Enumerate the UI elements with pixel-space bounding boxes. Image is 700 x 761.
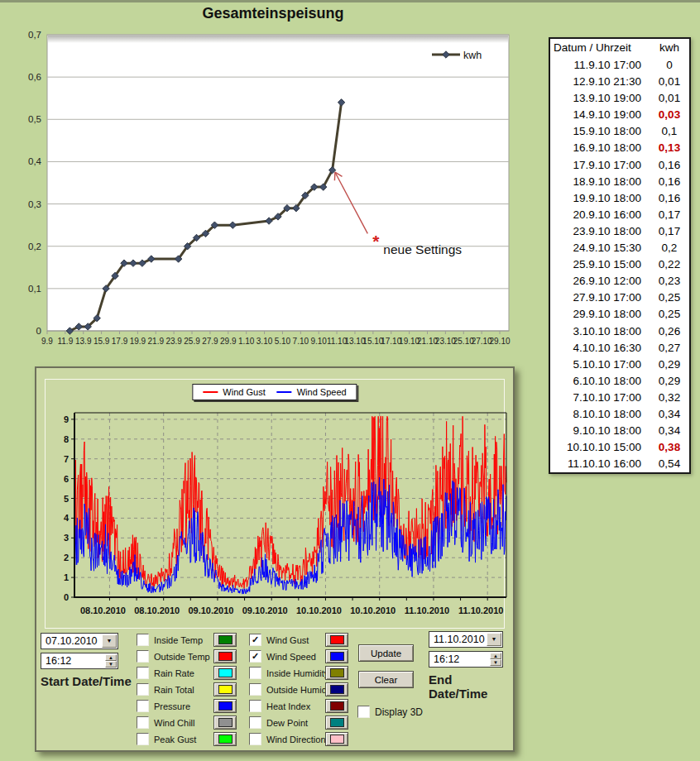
table-row: 15.9.10 18:000,1 xyxy=(550,123,689,140)
spin-down-icon[interactable]: ▼ xyxy=(105,661,117,668)
wind-chill-checkbox[interactable] xyxy=(137,716,149,729)
svg-text:*: * xyxy=(372,232,380,251)
display-3d-row: Display 3D xyxy=(357,705,423,719)
checkbox-row-wind-direction: Wind Direction xyxy=(249,732,326,746)
end-time-value: 16:12 xyxy=(434,653,459,666)
svg-text:1: 1 xyxy=(64,572,69,582)
spin-down-icon[interactable]: ▼ xyxy=(490,659,501,666)
inside-humidity-checkbox[interactable] xyxy=(249,667,261,679)
svg-text:1.10: 1.10 xyxy=(238,337,255,346)
svg-text:11.9: 11.9 xyxy=(57,337,73,346)
table-row: 17.9.10 17:000,16 xyxy=(550,157,689,174)
checkbox-row-dew-point: Dew Point xyxy=(249,716,308,730)
start-datetime-label: Start Date/Time xyxy=(41,674,132,688)
svg-text:5: 5 xyxy=(64,494,69,504)
svg-text:0,3: 0,3 xyxy=(28,199,41,209)
display-3d-checkbox[interactable] xyxy=(357,706,370,718)
peak-gust-color-button[interactable] xyxy=(213,732,237,746)
pressure-label: Pressure xyxy=(154,701,190,711)
wind-legend: Wind GustWind Speed xyxy=(192,384,357,400)
dew-point-label: Dew Point xyxy=(266,718,308,728)
end-date-select[interactable]: 11.10.2010 ▼ xyxy=(429,631,503,648)
rain-total-checkbox[interactable] xyxy=(137,683,149,696)
start-date-select[interactable]: 07.10.2010 ▼ xyxy=(41,633,118,649)
svg-text:09.10.2010: 09.10.2010 xyxy=(242,605,288,615)
cell-kwh: 0,29 xyxy=(650,373,689,390)
cell-datetime: 17.9.10 17:00 xyxy=(550,157,650,174)
heat-index-checkbox[interactable] xyxy=(249,700,261,712)
outside-temp-checkbox[interactable] xyxy=(137,650,149,663)
chevron-down-icon[interactable]: ▼ xyxy=(487,633,501,646)
cell-datetime: 19.9.10 18:00 xyxy=(550,190,650,207)
heat-index-color-button[interactable] xyxy=(325,699,348,713)
svg-text:9.9: 9.9 xyxy=(41,337,53,346)
table-row: 13.9.10 19:000,01 xyxy=(550,90,689,107)
wind-speed-color-button[interactable] xyxy=(325,649,348,663)
start-date-value: 07.10.2010 xyxy=(46,634,98,648)
outside-temp-label: Outside Temp xyxy=(154,652,210,662)
kwh-line-chart: 00,10,20,30,40,50,60,79.911.913.915.917.… xyxy=(0,27,546,368)
cell-datetime: 7.10.10 17:00 xyxy=(550,390,650,406)
checkbox-row-wind-speed: ✓Wind Speed xyxy=(249,649,316,663)
legend-line-icon xyxy=(203,391,218,393)
cell-datetime: 3.10.10 18:00 xyxy=(550,323,650,340)
spin-up-icon[interactable]: ▲ xyxy=(490,653,501,659)
dew-point-checkbox[interactable] xyxy=(249,716,261,729)
wind-gust-color-button[interactable] xyxy=(325,633,348,647)
color-swatch xyxy=(218,668,233,677)
color-swatch xyxy=(330,735,344,744)
svg-text:13.9: 13.9 xyxy=(75,337,92,346)
spin-up-icon[interactable]: ▲ xyxy=(105,654,117,661)
wind-speed-checkbox[interactable]: ✓ xyxy=(249,650,261,663)
start-time-spinner[interactable]: 16:12 ▲▼ xyxy=(41,653,118,669)
outside-temp-color-button[interactable] xyxy=(213,649,237,663)
cell-datetime: 9.10.10 18:00 xyxy=(550,423,650,439)
end-time-spinner[interactable]: 16:12 ▲▼ xyxy=(429,651,503,668)
cell-datetime: 10.10.10 15:00 xyxy=(550,439,650,456)
outside-humidity-checkbox[interactable] xyxy=(249,683,261,696)
checkbox-row-inside-temp: Inside Temp xyxy=(137,633,203,647)
pressure-color-button[interactable] xyxy=(213,699,237,713)
svg-text:0,2: 0,2 xyxy=(28,242,41,251)
svg-text:27.9: 27.9 xyxy=(202,337,218,346)
table-row: 7.10.10 17:000,32 xyxy=(550,390,689,406)
svg-text:10.10.2010: 10.10.2010 xyxy=(296,605,342,615)
cell-kwh: 0,34 xyxy=(650,406,689,423)
cell-kwh: 0,17 xyxy=(650,207,689,223)
legend-item: Wind Speed xyxy=(277,387,347,397)
peak-gust-label: Peak Gust xyxy=(154,735,196,744)
table-row: 25.9.10 15:000,22 xyxy=(550,256,689,273)
cell-kwh: 0,29 xyxy=(650,357,689,373)
pressure-checkbox[interactable] xyxy=(137,700,149,712)
page: Gesamteinspeisung 00,10,20,30,40,50,60,7… xyxy=(0,0,700,761)
svg-text:7.10: 7.10 xyxy=(293,337,309,346)
rain-rate-checkbox[interactable] xyxy=(137,667,149,679)
weather-panel: 012345678908.10.201008.10.201009.10.2010… xyxy=(35,366,515,752)
peak-gust-checkbox[interactable] xyxy=(137,733,149,745)
wind-gust-checkbox[interactable]: ✓ xyxy=(249,634,261,646)
chevron-down-icon[interactable]: ▼ xyxy=(102,634,117,648)
rain-total-label: Rain Total xyxy=(154,685,194,695)
cell-datetime: 29.9.10 18:00 xyxy=(550,306,650,323)
end-date-value: 11.10.2010 xyxy=(434,633,485,646)
dew-point-color-button[interactable] xyxy=(325,716,348,730)
svg-text:5.10: 5.10 xyxy=(275,337,291,346)
clear-button[interactable]: Clear xyxy=(358,671,414,688)
wind-direction-label: Wind Direction xyxy=(266,735,326,744)
color-swatch xyxy=(218,652,233,661)
checkbox-row-wind-chill: Wind Chill xyxy=(137,716,195,730)
rain-rate-color-button[interactable] xyxy=(213,666,237,680)
update-button[interactable]: Update xyxy=(358,644,414,662)
legend-label: Wind Speed xyxy=(297,387,347,397)
wind-direction-color-button[interactable] xyxy=(325,732,348,746)
inside-temp-checkbox[interactable] xyxy=(137,634,149,646)
rain-total-color-button[interactable] xyxy=(213,682,237,696)
inside-humidity-color-button[interactable] xyxy=(325,666,348,680)
svg-text:0,7: 0,7 xyxy=(28,30,41,40)
inside-temp-color-button[interactable] xyxy=(213,633,237,647)
legend-line-icon xyxy=(277,391,292,393)
outside-humidity-color-button[interactable] xyxy=(325,682,348,696)
wind-direction-checkbox[interactable] xyxy=(249,733,261,745)
wind-chill-color-button[interactable] xyxy=(213,716,237,730)
svg-text:8: 8 xyxy=(64,434,69,444)
